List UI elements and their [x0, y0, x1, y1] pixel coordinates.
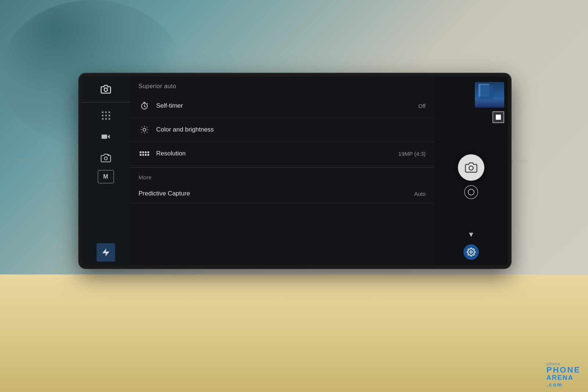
mode-flash[interactable] — [97, 243, 115, 262]
svg-rect-1 — [101, 134, 107, 139]
settings-menu: Superior auto Self-timer Off — [130, 76, 434, 265]
resolution-icon — [139, 148, 150, 159]
svg-point-20 — [470, 251, 472, 253]
svg-point-3 — [104, 157, 107, 160]
more-section-label: More — [130, 169, 434, 184]
menu-header: Superior auto — [130, 76, 434, 94]
svg-marker-6 — [102, 248, 110, 256]
menu-item-resolution[interactable]: Resolution 19MP (4:3) — [130, 142, 434, 166]
phonearena-watermark: phone PHONE ARENA .com — [546, 362, 581, 388]
left-panel: M — [82, 76, 130, 265]
separator-1 — [82, 102, 130, 103]
shutter-camera-icon — [465, 161, 477, 174]
self-timer-value: Off — [418, 103, 426, 109]
section-divider — [130, 167, 434, 168]
shutter-button[interactable] — [458, 154, 484, 181]
right-top — [438, 82, 504, 123]
settings-gear-button[interactable] — [463, 244, 479, 260]
stop-button-inner — [496, 115, 501, 120]
predictive-capture-value: Auto — [414, 191, 426, 197]
menu-item-predictive-capture[interactable]: Predictive Capture Auto — [130, 184, 434, 204]
mode-manual[interactable]: M — [98, 170, 114, 183]
svg-line-14 — [147, 132, 147, 132]
shutter-area — [458, 154, 484, 199]
last-photo-thumbnail[interactable] — [475, 82, 504, 108]
bg-table — [0, 274, 588, 392]
menu-item-color-brightness[interactable]: Color and brightness — [130, 118, 434, 142]
gear-icon — [467, 248, 476, 256]
video-record-button[interactable] — [464, 185, 478, 199]
svg-line-13 — [141, 127, 142, 127]
svg-point-10 — [143, 128, 146, 131]
menu-item-self-timer[interactable]: Self-timer Off — [130, 94, 434, 118]
svg-line-18 — [147, 127, 147, 127]
color-brightness-label: Color and brightness — [156, 126, 426, 133]
color-brightness-icon — [139, 124, 150, 136]
mode-camera-plus[interactable] — [97, 149, 115, 167]
predictive-capture-label: Predictive Capture — [139, 190, 414, 197]
mode-grid[interactable] — [97, 106, 115, 125]
watermark-bg-1: phoneArena.com — [7, 158, 51, 163]
svg-line-9 — [147, 103, 148, 104]
mode-superior-auto[interactable] — [97, 80, 115, 98]
stop-button[interactable] — [492, 111, 504, 123]
phone-screen: M Superior auto — [82, 76, 508, 265]
self-timer-icon — [139, 100, 150, 112]
mode-video[interactable] — [97, 127, 115, 146]
down-arrow-icon[interactable]: ▼ — [467, 230, 475, 239]
right-bottom: ▼ — [463, 230, 479, 260]
right-panel: ▼ — [434, 76, 508, 265]
svg-point-19 — [469, 166, 473, 170]
resolution-value: 19MP (4:3) — [398, 151, 426, 157]
svg-line-17 — [141, 132, 142, 132]
phone-body: M Superior auto — [79, 73, 511, 268]
svg-marker-2 — [108, 134, 110, 139]
self-timer-label: Self-timer — [156, 102, 418, 109]
svg-point-0 — [104, 88, 107, 91]
resolution-label: Resolution — [156, 150, 398, 157]
video-record-inner — [468, 189, 474, 195]
